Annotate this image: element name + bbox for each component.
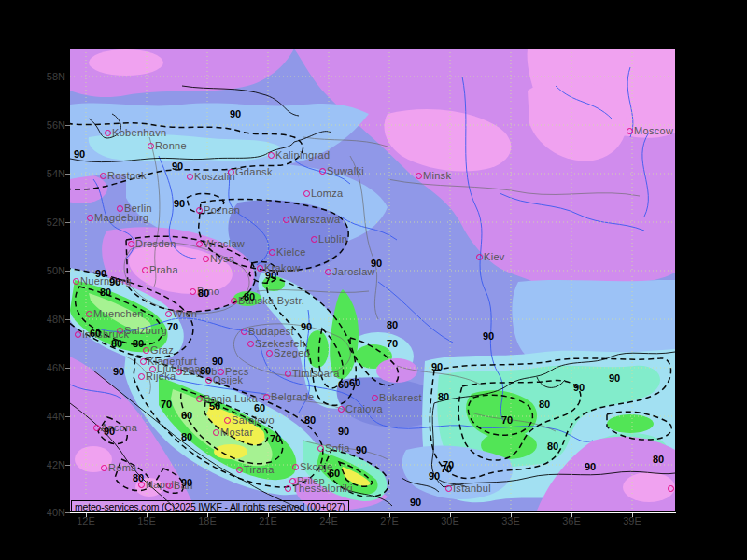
city-label: Istanbul [453, 483, 491, 494]
city-marker-icon [75, 331, 81, 338]
city-marker-icon [165, 311, 172, 317]
city-marker-icon [263, 394, 270, 400]
city-marker-icon [213, 429, 219, 436]
city-label: Gdansk [235, 166, 273, 177]
x-axis-tick [268, 513, 269, 517]
contour-value-label: 90 [74, 148, 85, 160]
city-label: Kaliningrad [275, 149, 330, 161]
city-marker-icon [283, 217, 289, 223]
city-label: Kiev [484, 251, 505, 262]
y-axis-tick [65, 125, 70, 126]
y-axis-label: 56N [26, 119, 65, 131]
city-label: Salzburg [124, 325, 167, 336]
city-label: Moscow [634, 125, 673, 136]
map-label-overlay: KobenhavnRonneRostockKoszalinGdanskKalin… [70, 49, 675, 511]
y-axis-label: 52N [26, 217, 65, 228]
city-marker-icon [231, 298, 237, 304]
contour-value-label: 60 [181, 410, 192, 421]
city-marker-icon [93, 425, 100, 431]
footer-credit: meteo-services.com (C)2025 IWKF - All ri… [71, 500, 349, 511]
y-axis-label: 46N [26, 362, 65, 373]
city-label: Bukarest [379, 392, 422, 403]
y-axis-tick [65, 416, 70, 417]
y-axis-tick [65, 512, 70, 513]
city-label: Jaroslaw [332, 266, 375, 277]
city-label: Poznan [204, 204, 240, 216]
contour-value-label: 70 [161, 399, 172, 410]
contour-value-label: 90 [429, 470, 440, 482]
city-label: Lublin [318, 233, 347, 245]
city-marker-icon [311, 236, 317, 243]
contour-value-label: 80 [111, 338, 122, 349]
y-axis-tick [65, 174, 70, 175]
city-label: Ronne [155, 140, 187, 151]
contour-value-label: 60 [254, 402, 265, 413]
city-label: Belgrade [271, 391, 314, 402]
city-marker-icon [87, 215, 93, 221]
city-marker-icon [285, 485, 291, 492]
x-axis-tick [329, 513, 330, 517]
city-marker-icon [190, 288, 196, 295]
city-marker-icon [100, 173, 106, 179]
contour-value-label: 90 [609, 372, 620, 384]
city-label: Nysa [210, 253, 234, 264]
city-label: Tirana [244, 464, 275, 475]
contour-value-label: 60 [338, 379, 349, 390]
contour-value-label: 70 [167, 321, 178, 332]
contour-value-label: 90 [371, 258, 382, 269]
contour-value-label: 70 [441, 463, 452, 474]
contour-value-label: 80 [653, 454, 664, 465]
contour-value-label: 80 [304, 414, 316, 426]
y-axis-label: 42N [26, 459, 65, 470]
city-marker-icon [166, 483, 173, 489]
city-marker-icon [228, 169, 234, 175]
contour-value-label: 80 [133, 338, 144, 349]
contour-value-label: 90 [265, 270, 276, 281]
x-axis-tick [389, 513, 390, 517]
city-label: Sofia [325, 442, 350, 454]
contour-value-label: 60 [349, 377, 360, 388]
contour-value-label: 90 [483, 330, 494, 342]
city-marker-icon [247, 341, 254, 347]
contour-value-label: 80 [387, 319, 398, 330]
y-axis-label: 44N [26, 411, 65, 422]
contour-value-label: 80 [539, 399, 550, 410]
y-axis-tick [65, 465, 70, 466]
city-marker-icon [187, 174, 193, 180]
city-marker-icon [176, 369, 182, 375]
city-marker-icon [445, 485, 452, 492]
city-marker-icon [224, 417, 231, 424]
contour-value-label: 90 [573, 382, 585, 393]
contour-value-label: 90 [95, 268, 106, 279]
x-axis-line [70, 512, 676, 513]
contour-value-label: 90 [585, 461, 596, 472]
city-label: Mostar [220, 427, 253, 438]
x-axis-tick [511, 513, 512, 517]
contour-value-label: 80 [547, 441, 558, 452]
contour-value-label: 80 [181, 431, 192, 442]
city-marker-icon [138, 373, 145, 380]
city-marker-icon [325, 269, 331, 275]
contour-value-label: 50 [209, 400, 220, 412]
city-label: Dresden [135, 238, 176, 249]
contour-value-label: 90 [113, 366, 124, 377]
contour-value-label: 90 [338, 426, 349, 437]
contour-value-label: 80 [133, 472, 144, 483]
city-marker-icon [285, 371, 291, 377]
contour-value-label: 80 [244, 291, 255, 302]
city-label: Budapest [248, 326, 294, 337]
y-axis-tick [65, 319, 70, 320]
city-marker-icon [105, 130, 111, 136]
city-marker-icon [257, 265, 263, 272]
map-plot-area: KobenhavnRonneRostockKoszalinGdanskKalin… [70, 49, 675, 511]
city-label: Magdeburg [94, 212, 148, 223]
city-marker-icon [142, 267, 148, 273]
contour-value-label: 90 [301, 321, 312, 332]
city-label: Szeged [274, 347, 310, 358]
city-label: Wien [173, 308, 197, 319]
contour-value-label: 80 [438, 391, 449, 402]
city-label: Rijeka [146, 371, 176, 382]
city-marker-icon [319, 168, 326, 175]
city-label: Craiova [345, 403, 383, 414]
contour-value-label: 70 [387, 338, 398, 349]
